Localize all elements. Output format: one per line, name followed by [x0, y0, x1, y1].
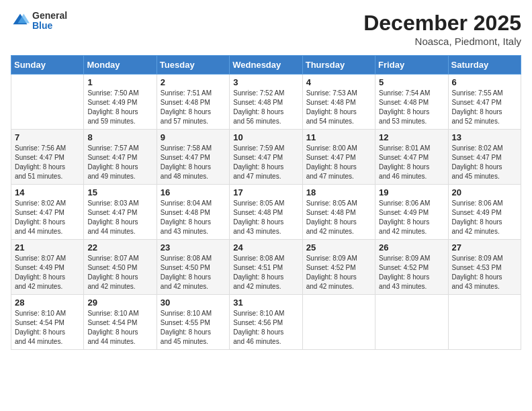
day-number: 11	[306, 132, 371, 142]
day-number: 7	[15, 132, 80, 142]
logo-blue-text: Blue	[32, 21, 67, 31]
day-number: 3	[233, 77, 298, 87]
day-info: Sunrise: 8:04 AM Sunset: 4:48 PM Dayligh…	[161, 199, 226, 236]
logo-icon	[11, 11, 30, 30]
day-number: 22	[87, 242, 152, 253]
weekday-header-saturday: Saturday	[448, 56, 521, 75]
day-info: Sunrise: 8:05 AM Sunset: 4:48 PM Dayligh…	[233, 199, 298, 236]
day-info: Sunrise: 8:03 AM Sunset: 4:47 PM Dayligh…	[87, 199, 152, 236]
day-number: 17	[233, 187, 298, 197]
day-info: Sunrise: 7:54 AM Sunset: 4:48 PM Dayligh…	[379, 89, 444, 126]
day-number: 9	[161, 132, 226, 142]
day-number: 31	[233, 298, 298, 308]
calendar-cell: 27Sunrise: 8:09 AM Sunset: 4:53 PM Dayli…	[448, 240, 521, 295]
calendar-cell: 30Sunrise: 8:10 AM Sunset: 4:55 PM Dayli…	[157, 295, 229, 350]
weekday-row: SundayMondayTuesdayWednesdayThursdayFrid…	[11, 56, 521, 75]
calendar-cell: 31Sunrise: 8:10 AM Sunset: 4:56 PM Dayli…	[230, 295, 302, 350]
day-number: 16	[161, 187, 226, 197]
day-info: Sunrise: 8:08 AM Sunset: 4:50 PM Dayligh…	[161, 254, 226, 291]
calendar-cell: 8Sunrise: 7:57 AM Sunset: 4:47 PM Daylig…	[84, 130, 157, 185]
calendar-cell: 4Sunrise: 7:53 AM Sunset: 4:48 PM Daylig…	[302, 75, 375, 130]
day-number: 1	[87, 77, 152, 87]
title-section: December 2025 Noasca, Piedmont, Italy	[363, 11, 521, 47]
day-info: Sunrise: 8:10 AM Sunset: 4:54 PM Dayligh…	[87, 309, 152, 347]
day-info: Sunrise: 7:58 AM Sunset: 4:47 PM Dayligh…	[161, 144, 226, 181]
calendar-cell: 23Sunrise: 8:08 AM Sunset: 4:50 PM Dayli…	[157, 240, 229, 295]
day-info: Sunrise: 7:59 AM Sunset: 4:47 PM Dayligh…	[233, 144, 298, 181]
day-info: Sunrise: 8:05 AM Sunset: 4:48 PM Dayligh…	[306, 199, 371, 236]
calendar-cell: 21Sunrise: 8:07 AM Sunset: 4:49 PM Dayli…	[11, 240, 84, 295]
day-info: Sunrise: 7:50 AM Sunset: 4:49 PM Dayligh…	[87, 89, 152, 126]
day-info: Sunrise: 8:07 AM Sunset: 4:49 PM Dayligh…	[15, 254, 80, 291]
day-number: 6	[452, 77, 517, 87]
day-info: Sunrise: 7:51 AM Sunset: 4:48 PM Dayligh…	[161, 89, 226, 126]
calendar-header: SundayMondayTuesdayWednesdayThursdayFrid…	[11, 56, 521, 75]
calendar-cell: 18Sunrise: 8:05 AM Sunset: 4:48 PM Dayli…	[302, 185, 375, 240]
day-info: Sunrise: 8:07 AM Sunset: 4:50 PM Dayligh…	[87, 254, 152, 291]
day-info: Sunrise: 7:56 AM Sunset: 4:47 PM Dayligh…	[15, 144, 80, 181]
calendar-cell	[448, 295, 521, 350]
day-info: Sunrise: 8:02 AM Sunset: 4:47 PM Dayligh…	[452, 144, 517, 181]
day-info: Sunrise: 8:02 AM Sunset: 4:47 PM Dayligh…	[15, 199, 80, 236]
calendar-cell	[302, 295, 375, 350]
day-number: 29	[87, 298, 152, 308]
day-number: 10	[233, 132, 298, 142]
day-number: 30	[161, 298, 226, 308]
calendar-cell: 16Sunrise: 8:04 AM Sunset: 4:48 PM Dayli…	[157, 185, 229, 240]
calendar-table: SundayMondayTuesdayWednesdayThursdayFrid…	[11, 55, 521, 350]
day-number: 21	[15, 242, 80, 253]
logo: General Blue	[11, 11, 67, 32]
page-header: General Blue December 2025 Noasca, Piedm…	[11, 11, 521, 47]
calendar-cell: 28Sunrise: 8:10 AM Sunset: 4:54 PM Dayli…	[11, 295, 84, 350]
day-number: 13	[452, 132, 517, 142]
weekday-header-monday: Monday	[84, 56, 157, 75]
day-number: 26	[379, 242, 444, 253]
day-number: 24	[233, 242, 298, 253]
day-info: Sunrise: 8:09 AM Sunset: 4:52 PM Dayligh…	[379, 254, 444, 291]
day-info: Sunrise: 8:06 AM Sunset: 4:49 PM Dayligh…	[379, 199, 444, 236]
calendar-week-4: 21Sunrise: 8:07 AM Sunset: 4:49 PM Dayli…	[11, 240, 521, 295]
day-number: 5	[379, 77, 444, 87]
calendar-cell: 25Sunrise: 8:09 AM Sunset: 4:52 PM Dayli…	[302, 240, 375, 295]
calendar-cell: 12Sunrise: 8:01 AM Sunset: 4:47 PM Dayli…	[375, 130, 448, 185]
calendar-cell: 20Sunrise: 8:06 AM Sunset: 4:49 PM Dayli…	[448, 185, 521, 240]
weekday-header-wednesday: Wednesday	[230, 56, 302, 75]
day-info: Sunrise: 7:52 AM Sunset: 4:48 PM Dayligh…	[233, 89, 298, 126]
weekday-header-sunday: Sunday	[11, 56, 84, 75]
weekday-header-tuesday: Tuesday	[157, 56, 229, 75]
day-info: Sunrise: 8:08 AM Sunset: 4:51 PM Dayligh…	[233, 254, 298, 291]
calendar-cell: 15Sunrise: 8:03 AM Sunset: 4:47 PM Dayli…	[84, 185, 157, 240]
day-number: 2	[161, 77, 226, 87]
day-info: Sunrise: 7:55 AM Sunset: 4:47 PM Dayligh…	[452, 89, 517, 126]
calendar-week-1: 1Sunrise: 7:50 AM Sunset: 4:49 PM Daylig…	[11, 75, 521, 130]
day-number: 25	[306, 242, 371, 253]
day-info: Sunrise: 8:10 AM Sunset: 4:55 PM Dayligh…	[161, 309, 226, 347]
day-number: 18	[306, 187, 371, 197]
day-number: 8	[87, 132, 152, 142]
day-number: 15	[87, 187, 152, 197]
day-number: 28	[15, 298, 80, 308]
day-info: Sunrise: 8:01 AM Sunset: 4:47 PM Dayligh…	[379, 144, 444, 181]
calendar-body: 1Sunrise: 7:50 AM Sunset: 4:49 PM Daylig…	[11, 75, 521, 350]
calendar-cell: 17Sunrise: 8:05 AM Sunset: 4:48 PM Dayli…	[230, 185, 302, 240]
day-number: 4	[306, 77, 371, 87]
calendar-cell: 22Sunrise: 8:07 AM Sunset: 4:50 PM Dayli…	[84, 240, 157, 295]
logo-text: General Blue	[32, 11, 67, 32]
day-info: Sunrise: 8:09 AM Sunset: 4:52 PM Dayligh…	[306, 254, 371, 291]
calendar-cell: 29Sunrise: 8:10 AM Sunset: 4:54 PM Dayli…	[84, 295, 157, 350]
calendar-week-5: 28Sunrise: 8:10 AM Sunset: 4:54 PM Dayli…	[11, 295, 521, 350]
calendar-cell: 1Sunrise: 7:50 AM Sunset: 4:49 PM Daylig…	[84, 75, 157, 130]
calendar-cell: 14Sunrise: 8:02 AM Sunset: 4:47 PM Dayli…	[11, 185, 84, 240]
logo-general-text: General	[32, 11, 67, 21]
calendar-cell: 9Sunrise: 7:58 AM Sunset: 4:47 PM Daylig…	[157, 130, 229, 185]
calendar-week-2: 7Sunrise: 7:56 AM Sunset: 4:47 PM Daylig…	[11, 130, 521, 185]
day-info: Sunrise: 8:00 AM Sunset: 4:47 PM Dayligh…	[306, 144, 371, 181]
day-info: Sunrise: 7:53 AM Sunset: 4:48 PM Dayligh…	[306, 89, 371, 126]
location-subtitle: Noasca, Piedmont, Italy	[363, 36, 521, 47]
weekday-header-friday: Friday	[375, 56, 448, 75]
day-number: 20	[452, 187, 517, 197]
calendar-cell: 10Sunrise: 7:59 AM Sunset: 4:47 PM Dayli…	[230, 130, 302, 185]
calendar-cell	[375, 295, 448, 350]
day-number: 19	[379, 187, 444, 197]
day-number: 12	[379, 132, 444, 142]
